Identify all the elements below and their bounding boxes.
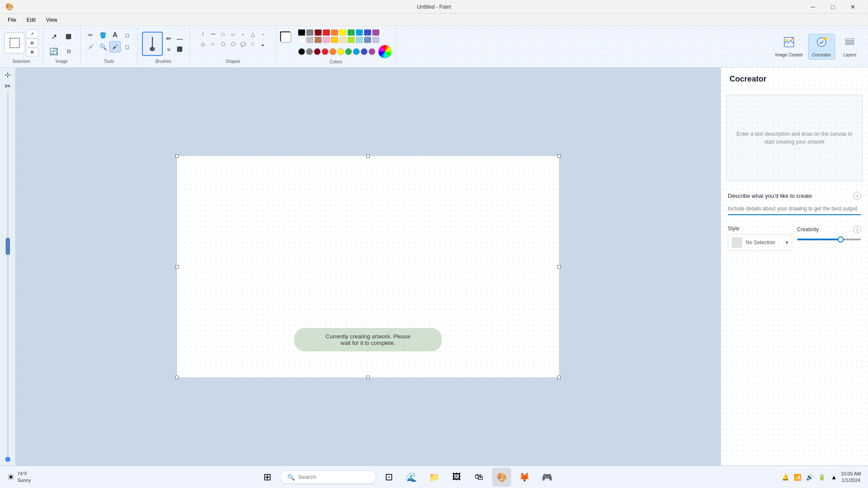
- file-explorer-button[interactable]: 📁: [424, 468, 444, 487]
- sidebar-preview: Enter a text description and draw on the…: [726, 95, 863, 181]
- battery-icon[interactable]: 🔋: [817, 472, 827, 482]
- clock-time: 10:00 AM: [841, 471, 861, 477]
- search-input[interactable]: [298, 474, 369, 480]
- creativity-thumb[interactable]: [838, 236, 844, 242]
- taskbar-right: 🔔 📶 🔊 🔋 ▲ 10:00 AM 1/1/2024: [780, 471, 861, 483]
- edge-button[interactable]: 🌊: [402, 468, 421, 487]
- notifications-icon[interactable]: 🔔: [780, 472, 791, 482]
- tray-expand[interactable]: ▲: [829, 472, 839, 482]
- weather-condition: Sunny: [17, 477, 31, 483]
- weather-text: 74°F Sunny: [17, 471, 31, 483]
- weather-widget: ☀ 74°F Sunny: [7, 471, 31, 483]
- taskbar-left: ☀ 74°F Sunny: [7, 471, 34, 483]
- task-view-button[interactable]: ⊡: [379, 468, 398, 487]
- photos-button[interactable]: 🖼: [447, 468, 466, 487]
- start-button[interactable]: ⊞: [258, 468, 277, 487]
- browser-button[interactable]: 🦊: [515, 468, 534, 487]
- network-icon[interactable]: 📶: [792, 472, 803, 482]
- paint-button[interactable]: 🎨: [492, 468, 511, 487]
- clock: 10:00 AM 1/1/2024: [841, 471, 861, 483]
- extra-app-button[interactable]: 🎮: [537, 468, 556, 487]
- taskbar: ☀ 74°F Sunny ⊞ 🔍 ⊡ 🌊 📁 🖼 🛍 🎨 🦊 🎮 🔔 📶 🔊 🔋…: [0, 465, 868, 488]
- weather-temp: 74°F: [17, 471, 31, 477]
- creativity-slider-area: [797, 239, 861, 240]
- sidebar: Cocreator Enter a text description and d…: [720, 68, 868, 465]
- search-bar[interactable]: 🔍: [280, 471, 376, 483]
- main-area: ⊹ ✂ Currently creating artwork. Ple: [0, 68, 868, 465]
- clock-date: 1/1/2024: [841, 477, 861, 483]
- creativity-slider[interactable]: [797, 239, 861, 240]
- store-button[interactable]: 🛍: [470, 468, 489, 487]
- volume-icon[interactable]: 🔊: [805, 472, 815, 482]
- taskbar-center: ⊞ 🔍 ⊡ 🌊 📁 🖼 🛍 🎨 🦊 🎮: [34, 468, 780, 487]
- search-icon: 🔍: [287, 474, 295, 481]
- weather-icon: ☀: [7, 472, 15, 482]
- preview-text: Enter a text description and draw on the…: [727, 123, 862, 153]
